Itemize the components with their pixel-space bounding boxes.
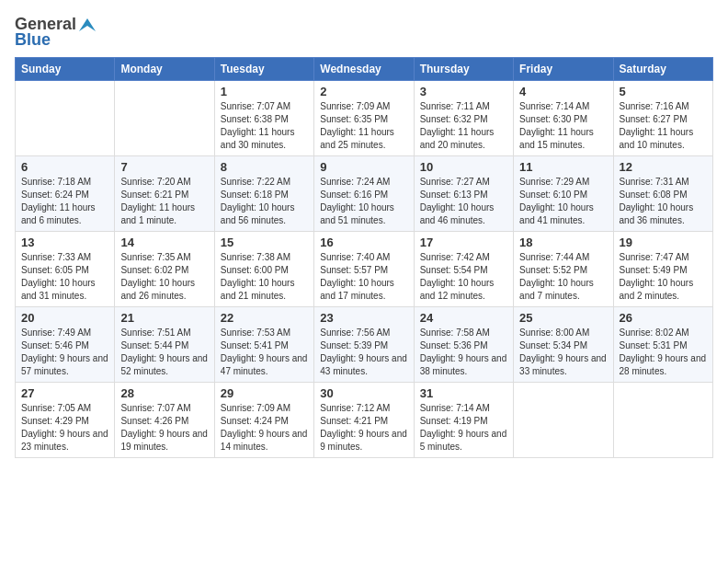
logo-bird-icon xyxy=(79,18,96,31)
day-info: Sunrise: 7:42 AMSunset: 5:54 PMDaylight:… xyxy=(420,251,507,303)
day-number: 19 xyxy=(620,236,707,249)
day-info: Sunrise: 7:22 AMSunset: 6:18 PMDaylight:… xyxy=(221,176,308,227)
column-header-thursday: Thursday xyxy=(414,58,513,81)
calendar-cell: 22Sunrise: 7:53 AMSunset: 5:41 PMDayligh… xyxy=(214,307,313,383)
day-info: Sunrise: 7:27 AMSunset: 6:13 PMDaylight:… xyxy=(420,176,507,227)
calendar-week-1: 1Sunrise: 7:07 AMSunset: 6:38 PMDaylight… xyxy=(16,81,713,156)
day-number: 5 xyxy=(620,85,707,98)
calendar-cell: 12Sunrise: 7:31 AMSunset: 6:08 PMDayligh… xyxy=(613,156,712,232)
calendar-cell: 18Sunrise: 7:44 AMSunset: 5:52 PMDayligh… xyxy=(514,232,613,307)
day-number: 26 xyxy=(620,311,707,325)
day-info: Sunrise: 7:47 AMSunset: 5:49 PMDaylight:… xyxy=(620,251,707,303)
day-number: 7 xyxy=(120,160,208,174)
calendar-cell: 9Sunrise: 7:24 AMSunset: 6:16 PMDaylight… xyxy=(314,156,414,232)
calendar-header-row: SundayMondayTuesdayWednesdayThursdayFrid… xyxy=(16,58,713,81)
day-info: Sunrise: 7:14 AMSunset: 6:30 PMDaylight:… xyxy=(519,100,607,152)
calendar-cell: 8Sunrise: 7:22 AMSunset: 6:18 PMDaylight… xyxy=(214,156,313,232)
day-number: 1 xyxy=(221,85,308,98)
day-info: Sunrise: 7:38 AMSunset: 6:00 PMDaylight:… xyxy=(221,251,308,303)
day-info: Sunrise: 7:33 AMSunset: 6:05 PMDaylight:… xyxy=(21,251,108,303)
day-number: 27 xyxy=(21,386,108,400)
column-header-tuesday: Tuesday xyxy=(214,58,313,81)
day-info: Sunrise: 7:16 AMSunset: 6:27 PMDaylight:… xyxy=(620,100,707,152)
day-number: 30 xyxy=(320,386,407,400)
calendar-cell: 10Sunrise: 7:27 AMSunset: 6:13 PMDayligh… xyxy=(414,156,513,232)
calendar-cell: 2Sunrise: 7:09 AMSunset: 6:35 PMDaylight… xyxy=(314,81,414,156)
day-info: Sunrise: 7:20 AMSunset: 6:21 PMDaylight:… xyxy=(120,176,208,227)
calendar-cell: 27Sunrise: 7:05 AMSunset: 4:29 PMDayligh… xyxy=(16,383,115,458)
calendar-table: SundayMondayTuesdayWednesdayThursdayFrid… xyxy=(15,57,713,458)
day-info: Sunrise: 7:31 AMSunset: 6:08 PMDaylight:… xyxy=(620,176,707,227)
calendar-cell: 29Sunrise: 7:09 AMSunset: 4:24 PMDayligh… xyxy=(214,383,313,458)
logo-blue-text: Blue xyxy=(15,30,51,50)
day-info: Sunrise: 7:44 AMSunset: 5:52 PMDaylight:… xyxy=(519,251,607,303)
calendar-cell: 7Sunrise: 7:20 AMSunset: 6:21 PMDaylight… xyxy=(115,156,214,232)
day-info: Sunrise: 7:09 AMSunset: 4:24 PMDaylight:… xyxy=(221,402,308,454)
day-info: Sunrise: 7:07 AMSunset: 4:26 PMDaylight:… xyxy=(120,402,208,454)
day-info: Sunrise: 8:00 AMSunset: 5:34 PMDaylight:… xyxy=(519,327,607,378)
calendar-week-3: 13Sunrise: 7:33 AMSunset: 6:05 PMDayligh… xyxy=(16,232,713,307)
calendar-cell: 4Sunrise: 7:14 AMSunset: 6:30 PMDaylight… xyxy=(514,81,613,156)
svg-marker-0 xyxy=(79,18,96,31)
day-info: Sunrise: 7:56 AMSunset: 5:39 PMDaylight:… xyxy=(320,327,407,378)
day-number: 12 xyxy=(620,160,707,174)
day-info: Sunrise: 7:29 AMSunset: 6:10 PMDaylight:… xyxy=(519,176,607,227)
column-header-friday: Friday xyxy=(514,58,613,81)
day-info: Sunrise: 8:02 AMSunset: 5:31 PMDaylight:… xyxy=(620,327,707,378)
calendar-cell: 16Sunrise: 7:40 AMSunset: 5:57 PMDayligh… xyxy=(314,232,414,307)
calendar-cell: 30Sunrise: 7:12 AMSunset: 4:21 PMDayligh… xyxy=(314,383,414,458)
calendar-cell: 13Sunrise: 7:33 AMSunset: 6:05 PMDayligh… xyxy=(16,232,115,307)
day-info: Sunrise: 7:14 AMSunset: 4:19 PMDaylight:… xyxy=(420,402,507,454)
day-number: 22 xyxy=(221,311,308,325)
day-number: 17 xyxy=(420,236,507,249)
calendar-cell xyxy=(514,383,613,458)
calendar-cell: 31Sunrise: 7:14 AMSunset: 4:19 PMDayligh… xyxy=(414,383,513,458)
day-number: 28 xyxy=(120,386,208,400)
day-info: Sunrise: 7:24 AMSunset: 6:16 PMDaylight:… xyxy=(320,176,407,227)
calendar-cell: 23Sunrise: 7:56 AMSunset: 5:39 PMDayligh… xyxy=(314,307,414,383)
page-header: General Blue xyxy=(15,15,713,50)
day-number: 11 xyxy=(519,160,607,174)
day-number: 31 xyxy=(420,386,507,400)
day-info: Sunrise: 7:09 AMSunset: 6:35 PMDaylight:… xyxy=(320,100,407,152)
day-number: 29 xyxy=(221,386,308,400)
day-info: Sunrise: 7:49 AMSunset: 5:46 PMDaylight:… xyxy=(21,327,108,378)
day-number: 9 xyxy=(320,160,407,174)
calendar-week-4: 20Sunrise: 7:49 AMSunset: 5:46 PMDayligh… xyxy=(16,307,713,383)
column-header-sunday: Sunday xyxy=(16,58,115,81)
logo: General Blue xyxy=(15,15,96,50)
calendar-cell xyxy=(613,383,712,458)
calendar-week-5: 27Sunrise: 7:05 AMSunset: 4:29 PMDayligh… xyxy=(16,383,713,458)
calendar-cell xyxy=(16,81,115,156)
day-info: Sunrise: 7:35 AMSunset: 6:02 PMDaylight:… xyxy=(120,251,208,303)
day-info: Sunrise: 7:05 AMSunset: 4:29 PMDaylight:… xyxy=(21,402,108,454)
calendar-cell: 20Sunrise: 7:49 AMSunset: 5:46 PMDayligh… xyxy=(16,307,115,383)
day-info: Sunrise: 7:18 AMSunset: 6:24 PMDaylight:… xyxy=(21,176,108,227)
calendar-cell: 3Sunrise: 7:11 AMSunset: 6:32 PMDaylight… xyxy=(414,81,513,156)
day-number: 23 xyxy=(320,311,407,325)
day-number: 2 xyxy=(320,85,407,98)
calendar-cell: 14Sunrise: 7:35 AMSunset: 6:02 PMDayligh… xyxy=(115,232,214,307)
day-number: 18 xyxy=(519,236,607,249)
day-number: 14 xyxy=(120,236,208,249)
column-header-wednesday: Wednesday xyxy=(314,58,414,81)
day-number: 3 xyxy=(420,85,507,98)
calendar-week-2: 6Sunrise: 7:18 AMSunset: 6:24 PMDaylight… xyxy=(16,156,713,232)
calendar-cell xyxy=(115,81,214,156)
calendar-cell: 6Sunrise: 7:18 AMSunset: 6:24 PMDaylight… xyxy=(16,156,115,232)
day-info: Sunrise: 7:58 AMSunset: 5:36 PMDaylight:… xyxy=(420,327,507,378)
day-number: 20 xyxy=(21,311,108,325)
day-number: 21 xyxy=(120,311,208,325)
calendar-cell: 19Sunrise: 7:47 AMSunset: 5:49 PMDayligh… xyxy=(613,232,712,307)
calendar-cell: 5Sunrise: 7:16 AMSunset: 6:27 PMDaylight… xyxy=(613,81,712,156)
day-info: Sunrise: 7:53 AMSunset: 5:41 PMDaylight:… xyxy=(221,327,308,378)
calendar-cell: 21Sunrise: 7:51 AMSunset: 5:44 PMDayligh… xyxy=(115,307,214,383)
day-number: 24 xyxy=(420,311,507,325)
day-info: Sunrise: 7:12 AMSunset: 4:21 PMDaylight:… xyxy=(320,402,407,454)
calendar-cell: 15Sunrise: 7:38 AMSunset: 6:00 PMDayligh… xyxy=(214,232,313,307)
day-number: 25 xyxy=(519,311,607,325)
day-number: 16 xyxy=(320,236,407,249)
column-header-saturday: Saturday xyxy=(613,58,712,81)
calendar-cell: 28Sunrise: 7:07 AMSunset: 4:26 PMDayligh… xyxy=(115,383,214,458)
day-info: Sunrise: 7:11 AMSunset: 6:32 PMDaylight:… xyxy=(420,100,507,152)
